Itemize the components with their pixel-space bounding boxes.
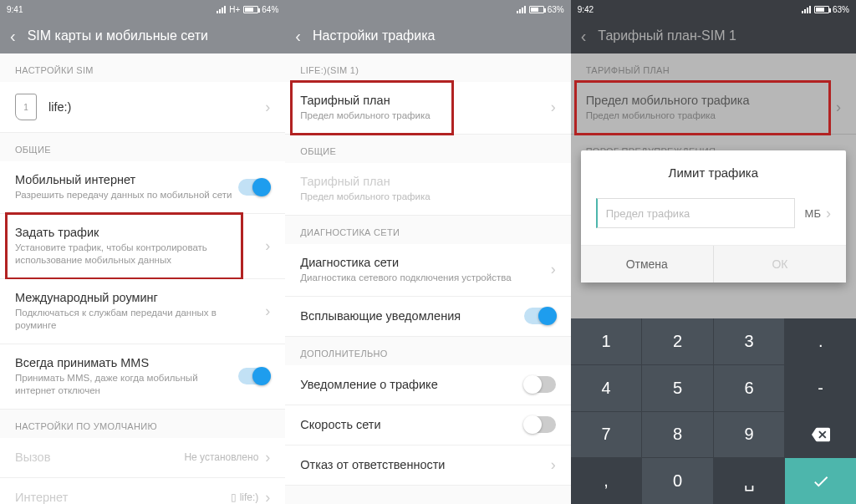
- section-default: НАСТРОЙКИ ПО УМОЛЧАНИЮ: [0, 410, 285, 438]
- item-title: Вызов: [15, 451, 184, 464]
- toggle-mms[interactable]: [238, 368, 270, 384]
- traffic-limit-item[interactable]: Предел мобильного трафика Предел мобильн…: [571, 82, 856, 135]
- item-sub: Разрешить передачу данных по мобильной с…: [15, 189, 232, 201]
- battery-icon: [814, 6, 829, 13]
- network-type: H+: [229, 5, 240, 14]
- key-8[interactable]: 8: [642, 412, 713, 458]
- section-common: ОБЩИЕ: [0, 133, 285, 161]
- traffic-limit-input[interactable]: Предел трафика: [596, 198, 795, 228]
- chevron-right-icon: ›: [265, 449, 270, 466]
- key-backspace[interactable]: [785, 412, 856, 458]
- screen-tariff-plan: 9:42 63% ‹ Тарифный план-SIM 1 ТАРИФНЫЙ …: [571, 0, 856, 504]
- status-bar: 63%: [285, 0, 570, 18]
- item-sub: Подключаться к службам передачи данных в…: [15, 307, 232, 332]
- item-sub: Предел мобильного трафика: [300, 109, 517, 122]
- key-7[interactable]: 7: [571, 412, 642, 458]
- section-diag: ДИАГНОСТИКА СЕТИ: [285, 216, 570, 244]
- set-traffic-item[interactable]: Задать трафик Установите трафик, чтобы к…: [0, 214, 285, 279]
- content: LIFE:)(SIM 1) Тарифный план Предел мобил…: [285, 53, 570, 504]
- dialog-title: Лимит трафика: [581, 165, 846, 180]
- item-title: Тарифный план: [300, 175, 555, 188]
- item-title: Тарифный план: [300, 94, 550, 107]
- key-6[interactable]: 6: [714, 365, 785, 411]
- back-icon[interactable]: ‹: [295, 27, 301, 46]
- key-3[interactable]: 3: [714, 318, 785, 364]
- popup-notifications-item[interactable]: Всплывающие уведомления: [285, 297, 570, 337]
- ok-button[interactable]: ОК: [714, 246, 846, 283]
- tariff-plan-item[interactable]: Тарифный план Предел мобильного трафика …: [285, 82, 570, 135]
- key-5[interactable]: 5: [642, 365, 713, 411]
- call-item[interactable]: Вызов Не установлено ›: [0, 438, 285, 478]
- backspace-icon: [812, 425, 830, 444]
- call-value: Не установлено: [184, 451, 258, 463]
- signal-icon: [802, 6, 811, 13]
- item-title: Задать трафик: [15, 226, 265, 239]
- signal-icon: [517, 6, 526, 13]
- item-title: Уведомление о трафике: [300, 378, 523, 391]
- item-title: Мобильный интернет: [15, 173, 238, 186]
- tariff-plan-common-item[interactable]: Тарифный план Предел мобильного трафика: [285, 163, 570, 216]
- traffic-notify-item[interactable]: Уведомление о трафике: [285, 365, 570, 405]
- back-icon[interactable]: ‹: [10, 27, 16, 46]
- item-sub: Принимать MMS, даже когда мобильный инте…: [15, 372, 232, 397]
- status-time: 9:42: [578, 5, 594, 14]
- sim-icon: 1: [15, 94, 37, 120]
- chevron-right-icon: ›: [551, 99, 556, 116]
- internet-item[interactable]: Интернет ▯ life:) ›: [0, 478, 285, 504]
- key-dot[interactable]: .: [785, 318, 856, 364]
- header: ‹ Тарифный план-SIM 1: [571, 18, 856, 53]
- battery-icon: [243, 6, 258, 13]
- unit-selector[interactable]: МБ›: [805, 205, 831, 222]
- item-sub: Предел мобильного трафика: [586, 109, 803, 122]
- key-9[interactable]: 9: [714, 412, 785, 458]
- mms-item[interactable]: Всегда принимать MMS Принимать MMS, даже…: [0, 344, 285, 410]
- toggle-notify[interactable]: [524, 376, 556, 393]
- key-comma[interactable]: ,: [571, 458, 642, 504]
- mobile-internet-item[interactable]: Мобильный интернет Разрешить передачу да…: [0, 161, 285, 214]
- toggle-mobile-internet[interactable]: [238, 179, 270, 196]
- item-sub: Установите трафик, чтобы контролировать …: [15, 242, 232, 267]
- network-speed-item[interactable]: Скорость сети: [285, 405, 570, 445]
- header: ‹ Настройки трафика: [285, 18, 570, 53]
- section-sim: LIFE:)(SIM 1): [285, 53, 570, 82]
- disclaimer-item[interactable]: Отказ от ответственности ›: [285, 445, 570, 486]
- diagnostics-item[interactable]: Диагностика сети Диагностика сетевого по…: [285, 244, 570, 297]
- key-space[interactable]: ␣: [714, 458, 785, 504]
- screen-traffic-settings: 63% ‹ Настройки трафика LIFE:)(SIM 1) Та…: [285, 0, 570, 504]
- section-tariff: ТАРИФНЫЙ ПЛАН: [571, 53, 856, 82]
- status-bar: 9:41 H+ 64%: [0, 0, 285, 18]
- section-sim: НАСТРОЙКИ SIM: [0, 53, 285, 82]
- key-0[interactable]: 0: [642, 458, 713, 504]
- traffic-limit-dialog: Лимит трафика Предел трафика МБ› Отмена …: [581, 150, 846, 283]
- chevron-right-icon: ›: [265, 303, 270, 320]
- section-common: ОБЩИЕ: [285, 135, 570, 163]
- page-title: SIM карты и мобильные сети: [28, 28, 208, 43]
- content: НАСТРОЙКИ SIM 1 life:) › ОБЩИЕ Мобильный…: [0, 53, 285, 504]
- toggle-popup[interactable]: [524, 308, 556, 324]
- item-title: Международный роуминг: [15, 291, 265, 304]
- cancel-button[interactable]: Отмена: [581, 246, 714, 283]
- screen-sim-settings: 9:41 H+ 64% ‹ SIM карты и мобильные сети…: [0, 0, 285, 504]
- page-title: Тарифный план-SIM 1: [598, 28, 736, 43]
- section-extra: ДОПОЛНИТЕЛЬНО: [285, 337, 570, 365]
- item-title: Всегда принимать MMS: [15, 356, 238, 369]
- signal-icon: [217, 6, 226, 13]
- checkmark-icon: [812, 472, 830, 491]
- roaming-item[interactable]: Международный роуминг Подключаться к слу…: [0, 279, 285, 344]
- key-1[interactable]: 1: [571, 318, 642, 364]
- item-title: Всплывающие уведомления: [300, 309, 523, 323]
- battery-pct: 63%: [548, 5, 564, 14]
- sim-card-item[interactable]: 1 life:) ›: [0, 82, 285, 133]
- key-enter[interactable]: [785, 458, 856, 504]
- chevron-right-icon: ›: [265, 489, 270, 504]
- key-dash[interactable]: -: [785, 365, 856, 411]
- item-title: Скорость сети: [300, 418, 523, 431]
- back-icon[interactable]: ‹: [581, 27, 587, 46]
- status-bar: 9:42 63%: [571, 0, 856, 18]
- toggle-speed[interactable]: [524, 416, 556, 433]
- page-title: Настройки трафика: [313, 28, 435, 43]
- numeric-keyboard: 1 2 3 . 4 5 6 - 7 8 9 , 0 ␣: [571, 318, 856, 504]
- key-4[interactable]: 4: [571, 365, 642, 411]
- key-2[interactable]: 2: [642, 318, 713, 364]
- battery-pct: 64%: [262, 5, 278, 14]
